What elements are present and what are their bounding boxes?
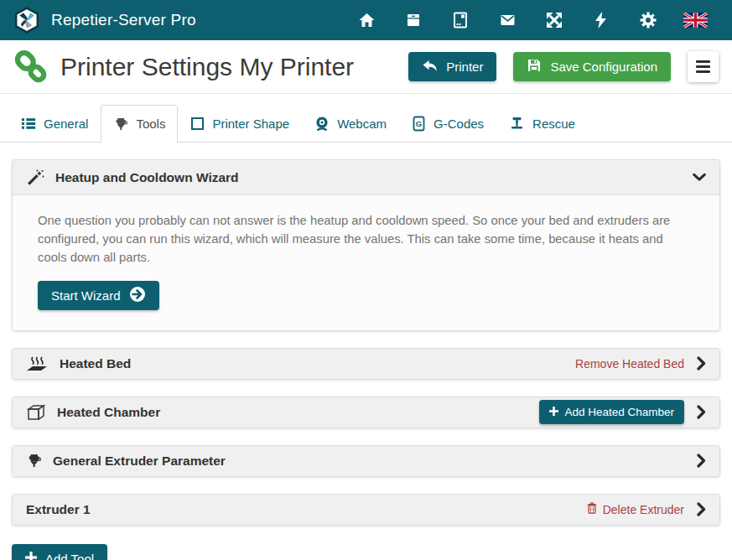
panel-title: Heatup and Cooldown Wizard [55, 170, 239, 185]
extruder-icon [26, 453, 42, 469]
expand-nav-button[interactable] [531, 12, 578, 29]
start-wizard-label: Start Wizard [51, 288, 121, 303]
remove-heated-bed-link[interactable]: Remove Heated Bed [575, 357, 684, 371]
heatup-wizard-panel: Heatup and Cooldown Wizard One question … [12, 159, 720, 331]
extruder-1-panel-header[interactable]: Extruder 1 Delete Extruder [13, 495, 719, 525]
expand-arrows-icon [546, 12, 563, 29]
home-nav-button[interactable] [343, 12, 390, 29]
add-tool-row: Add Tool [12, 542, 720, 560]
gear-icon [640, 12, 657, 29]
panel-title: General Extruder Parameter [53, 454, 226, 469]
list-icon [21, 117, 36, 131]
tablet-nav-button[interactable] [437, 12, 484, 29]
gcode-file-icon: G [412, 116, 426, 132]
heated-bed-panel: Heated Bed Remove Heated Bed [12, 348, 720, 380]
heatup-wizard-panel-header[interactable]: Heatup and Cooldown Wizard [13, 160, 719, 195]
delete-extruder-label: Delete Extruder [603, 503, 684, 516]
tab-label: Tools [136, 117, 165, 131]
printer-button-label: Printer [446, 60, 483, 74]
arrow-circle-right-icon [129, 286, 146, 305]
menu-button[interactable] [688, 51, 719, 82]
tab-label: General [44, 117, 88, 131]
chevron-up-icon[interactable] [693, 173, 706, 182]
bolt-icon [595, 12, 607, 29]
tab-tools[interactable]: Tools [101, 105, 178, 143]
home-icon [358, 12, 376, 29]
heated-bed-panel-header[interactable]: Heated Bed Remove Heated Bed [13, 349, 719, 379]
heated-chamber-panel: Heated Chamber Add Heated Chamber [12, 397, 720, 428]
magic-wand-icon [26, 169, 44, 186]
tab-general[interactable]: General [8, 105, 101, 142]
reply-arrow-icon [422, 59, 438, 75]
tab-label: Printer Shape [212, 117, 289, 131]
settings-nav-button[interactable] [625, 12, 672, 29]
tab-webcam[interactable]: Webcam [302, 105, 399, 142]
chevron-right-icon[interactable] [697, 502, 706, 516]
panel-title: Heated Bed [60, 356, 131, 371]
heatup-wizard-panel-body: One question you probably can not answer… [13, 195, 719, 330]
chevron-right-icon[interactable] [697, 454, 706, 468]
start-wizard-button[interactable]: Start Wizard [38, 281, 159, 310]
hamburger-icon [696, 60, 710, 63]
power-nav-button[interactable] [578, 12, 625, 29]
tab-printer-shape[interactable]: Printer Shape [178, 105, 302, 142]
archive-box-icon [405, 12, 422, 29]
add-heated-chamber-label: Add Heated Chamber [564, 406, 674, 418]
heated-chamber-panel-header[interactable]: Heated Chamber Add Heated Chamber [13, 397, 719, 428]
tab-rescue[interactable]: Rescue [496, 105, 588, 142]
header-actions: Printer Save Configuration [408, 51, 719, 82]
tab-label: Rescue [532, 117, 575, 131]
printer-button[interactable]: Printer [408, 52, 496, 81]
mail-icon [499, 12, 517, 29]
chevron-right-icon[interactable] [697, 356, 706, 371]
tab-gcodes[interactable]: G G-Codes [399, 105, 496, 142]
chain-link-icon [13, 49, 49, 85]
tab-label: G-Codes [433, 117, 484, 131]
archive-nav-button[interactable] [390, 12, 437, 29]
save-icon [527, 58, 542, 75]
extruder-1-panel: Extruder 1 Delete Extruder [12, 494, 720, 526]
add-tool-button[interactable]: Add Tool [12, 544, 107, 560]
mail-nav-button[interactable] [484, 12, 531, 29]
general-extruder-panel: General Extruder Parameter [12, 445, 720, 477]
heated-bed-icon [26, 355, 49, 372]
top-navbar: Repetier-Server Pro [0, 0, 732, 40]
general-extruder-panel-header[interactable]: General Extruder Parameter [13, 446, 719, 476]
svg-text:G: G [416, 119, 422, 128]
add-heated-chamber-button[interactable]: Add Heated Chamber [539, 400, 684, 424]
main-content: Heatup and Cooldown Wizard One question … [0, 143, 732, 560]
webcam-icon [314, 116, 330, 132]
square-outline-icon [190, 117, 205, 131]
plus-icon [25, 552, 37, 560]
panel-title: Heated Chamber [57, 405, 160, 420]
panel-title: Extruder 1 [26, 502, 91, 517]
add-tool-label: Add Tool [45, 552, 94, 560]
trash-icon [587, 502, 597, 516]
save-configuration-label: Save Configuration [550, 60, 657, 74]
navbar-icons [343, 12, 719, 29]
tablet-icon [452, 12, 469, 29]
chamber-box-icon [26, 403, 46, 422]
uk-flag-icon [683, 13, 708, 28]
plus-icon [549, 406, 558, 418]
language-nav-button[interactable] [672, 13, 719, 28]
rescue-icon [509, 116, 525, 131]
page-header: Printer Settings My Printer Printer Save… [0, 40, 732, 94]
page-title: Printer Settings My Printer [60, 53, 354, 81]
wizard-description: One question you probably can not answer… [38, 212, 694, 267]
save-configuration-button[interactable]: Save Configuration [513, 52, 671, 81]
brand-name: Repetier-Server Pro [51, 11, 196, 29]
settings-tabbar: General Tools Printer Shape [0, 94, 732, 143]
repetier-logo-icon[interactable] [13, 7, 40, 34]
tab-label: Webcam [337, 117, 387, 131]
delete-extruder-link[interactable]: Delete Extruder [587, 502, 684, 516]
chevron-right-icon[interactable] [697, 405, 706, 419]
extruder-icon [113, 117, 128, 132]
